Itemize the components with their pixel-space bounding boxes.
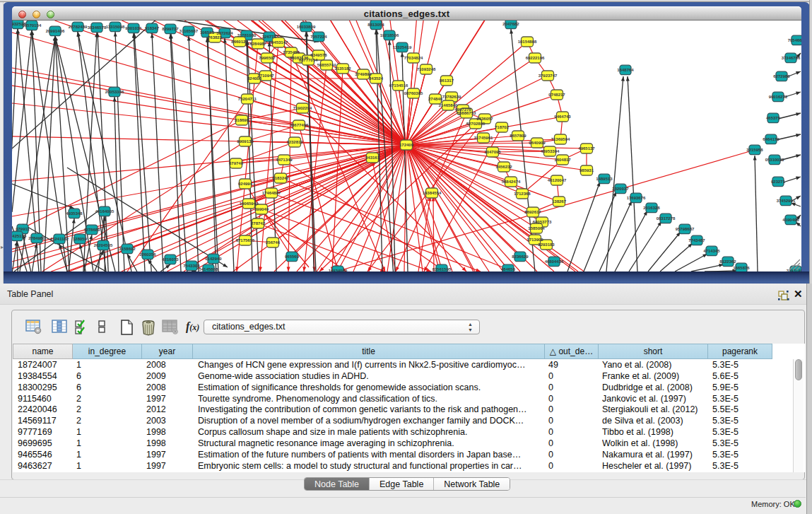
svg-text:4278680: 4278680 — [83, 228, 100, 232]
svg-text:079911: 079911 — [16, 227, 30, 231]
svg-text:343161: 343161 — [365, 156, 380, 160]
svg-text:6272980: 6272980 — [773, 74, 790, 78]
svg-text:274846: 274846 — [428, 97, 443, 101]
svg-text:70546688: 70546688 — [788, 38, 801, 42]
svg-text:763822: 763822 — [208, 35, 223, 40]
svg-text:10154808: 10154808 — [518, 40, 537, 44]
svg-text:6284987: 6284987 — [249, 42, 266, 46]
svg-text:17693676: 17693676 — [627, 196, 646, 200]
svg-text:3215958: 3215958 — [746, 148, 763, 152]
svg-text:2047682: 2047682 — [502, 22, 519, 26]
svg-text:2016328: 2016328 — [643, 206, 660, 210]
svg-text:07154516: 07154516 — [389, 83, 408, 88]
svg-text:1232812: 1232812 — [286, 140, 303, 144]
svg-text:38425135: 38425135 — [12, 234, 27, 238]
svg-text:256746: 256746 — [266, 240, 281, 245]
svg-text:8692617: 8692617 — [524, 210, 541, 214]
svg-text:278742: 278742 — [251, 221, 266, 226]
svg-text:16934060: 16934060 — [329, 269, 348, 271]
svg-text:20991406: 20991406 — [46, 29, 65, 33]
svg-text:9636057: 9636057 — [476, 117, 493, 121]
svg-text:55886753: 55886753 — [457, 111, 476, 115]
svg-text:8236629: 8236629 — [512, 255, 529, 259]
svg-text:965569: 965569 — [285, 255, 300, 259]
svg-text:37923747: 37923747 — [539, 74, 558, 78]
svg-text:8657809: 8657809 — [510, 134, 526, 138]
svg-text:024994: 024994 — [238, 182, 253, 186]
svg-text:4190496: 4190496 — [782, 218, 799, 222]
svg-text:343524: 343524 — [369, 76, 384, 81]
svg-text:95798687: 95798687 — [676, 227, 695, 231]
svg-text:08760385: 08760385 — [404, 91, 423, 95]
svg-text:4216073: 4216073 — [162, 257, 179, 262]
svg-text:7357224: 7357224 — [310, 35, 327, 39]
svg-text:3135182: 3135182 — [334, 66, 351, 71]
svg-text:484656: 484656 — [501, 267, 516, 271]
svg-text:4965137: 4965137 — [578, 146, 595, 151]
svg-text:19218506: 19218506 — [380, 33, 399, 37]
svg-text:9301031: 9301031 — [125, 26, 142, 30]
svg-text:31165667: 31165667 — [180, 29, 199, 33]
svg-text:71902294: 71902294 — [293, 106, 312, 110]
svg-text:106513: 106513 — [200, 30, 215, 35]
svg-text:3320037: 3320037 — [612, 187, 629, 191]
svg-text:2784980: 2784980 — [28, 236, 45, 240]
svg-text:9464743: 9464743 — [554, 115, 571, 119]
svg-text:41241182: 41241182 — [50, 237, 69, 241]
svg-text:172409: 172409 — [399, 143, 414, 147]
svg-text:0640909: 0640909 — [529, 141, 546, 145]
svg-text:2735454: 2735454 — [283, 50, 300, 54]
svg-text:6183242: 6183242 — [272, 176, 289, 180]
svg-text:83561595: 83561595 — [433, 267, 452, 271]
svg-text:7543303: 7543303 — [183, 264, 200, 268]
svg-text:67175655: 67175655 — [236, 238, 255, 243]
svg-text:3293183: 3293183 — [538, 243, 555, 247]
svg-text:7996507: 7996507 — [259, 56, 276, 60]
svg-text:38346578: 38346578 — [88, 25, 107, 30]
svg-text:3158692: 3158692 — [119, 247, 136, 251]
svg-text:19384554: 19384554 — [423, 191, 442, 195]
svg-text:4471349: 4471349 — [276, 158, 293, 162]
svg-text:1047095: 1047095 — [484, 150, 501, 154]
svg-text:46120047: 46120047 — [548, 178, 567, 182]
svg-text:99016272: 99016272 — [769, 95, 788, 99]
svg-text:679740: 679740 — [229, 161, 244, 165]
svg-text:9909133: 9909133 — [237, 139, 254, 144]
svg-text:465375: 465375 — [766, 116, 781, 120]
svg-text:46804436: 46804436 — [545, 259, 564, 264]
svg-text:0748217: 0748217 — [548, 93, 565, 97]
svg-text:21745961: 21745961 — [474, 136, 493, 140]
svg-text:69453147: 69453147 — [269, 40, 288, 45]
svg-text:20053346: 20053346 — [105, 90, 124, 94]
svg-text:1604817: 1604817 — [554, 158, 571, 162]
svg-text:75204711: 75204711 — [238, 97, 257, 101]
svg-text:6349578: 6349578 — [310, 53, 327, 57]
svg-text:56855744: 56855744 — [317, 63, 336, 67]
svg-text:54145868: 54145868 — [199, 267, 218, 271]
svg-text:2710947: 2710947 — [257, 74, 274, 78]
svg-text:71369594: 71369594 — [551, 137, 570, 141]
svg-text:13325419: 13325419 — [393, 45, 412, 49]
svg-text:7743487: 7743487 — [688, 238, 705, 243]
svg-text:4935348: 4935348 — [66, 211, 83, 216]
svg-text:71093248: 71093248 — [417, 67, 436, 71]
svg-text:8660124: 8660124 — [231, 40, 248, 44]
svg-text:58842474: 58842474 — [502, 180, 521, 184]
svg-text:923271: 923271 — [771, 180, 786, 184]
svg-text:8122362: 8122362 — [719, 259, 736, 264]
svg-text:73782639: 73782639 — [442, 95, 461, 99]
svg-text:861317: 861317 — [440, 78, 454, 83]
svg-text:05310033: 05310033 — [765, 158, 784, 162]
svg-text:399049: 399049 — [254, 207, 269, 211]
svg-text:1456232: 1456232 — [495, 165, 512, 169]
svg-text:37346706: 37346706 — [782, 56, 801, 60]
svg-text:77034824: 77034824 — [404, 56, 423, 60]
svg-text:128059: 128059 — [73, 237, 88, 241]
svg-text:4714345: 4714345 — [703, 249, 720, 253]
svg-text:0142940: 0142940 — [205, 257, 222, 261]
svg-text:43953394: 43953394 — [541, 149, 560, 153]
svg-text:1648764: 1648764 — [617, 68, 634, 72]
svg-text:38677496: 38677496 — [290, 123, 309, 127]
svg-text:69222196: 69222196 — [526, 56, 545, 60]
svg-text:17464887: 17464887 — [262, 191, 281, 195]
